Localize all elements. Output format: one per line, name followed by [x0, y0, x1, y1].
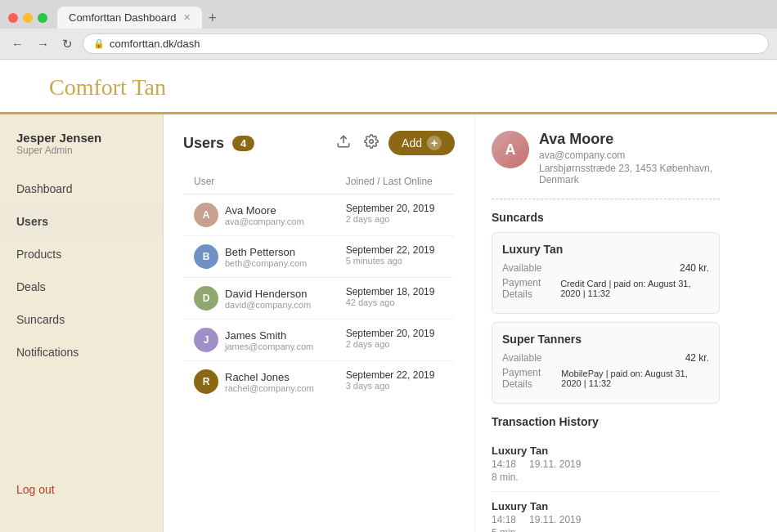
users-count-badge: 4 — [232, 136, 254, 151]
suncard-available-label: Available — [502, 262, 541, 274]
upload-button[interactable] — [333, 131, 354, 155]
transaction-date: 19.11. 2019 — [529, 514, 581, 525]
table-row[interactable]: R Rachel Jones rachel@company.com Septem… — [184, 361, 455, 403]
sidebar-item-deals[interactable]: Deals — [0, 270, 163, 303]
table-row[interactable]: A Ava Moore ava@company.com September 20… — [184, 194, 455, 236]
user-name: Rachel Jones — [225, 371, 314, 383]
transaction-duration: 5 min. — [492, 527, 720, 532]
user-email: ava@company.com — [225, 217, 304, 226]
suncard: Luxury Tan Available 240 kr. Payment Det… — [492, 232, 720, 314]
transaction-name: Luxury Tan — [492, 500, 720, 512]
user-name: Beth Petterson — [225, 246, 307, 258]
close-dot[interactable] — [8, 13, 18, 23]
address-bar: ← → ↻ 🔒 comforttan.dk/dash — [0, 29, 777, 59]
fullscreen-dot[interactable] — [38, 13, 47, 23]
sidebar-item-suncards[interactable]: Suncards — [0, 303, 163, 336]
last-online: 5 minutes ago — [346, 256, 444, 266]
user-name: James Smith — [225, 329, 313, 342]
user-avatar: A — [194, 203, 218, 227]
transaction: Luxury Tan 14:18 19.11. 2019 8 min. — [492, 436, 720, 492]
table-row[interactable]: J James Smith james@company.com Septembe… — [184, 320, 455, 361]
profile-email: ava@company.com — [539, 150, 720, 161]
suncard-payment-value: Credit Card | paid on: August 31, 2020 |… — [560, 279, 709, 298]
table-row[interactable]: D David Henderson david@company.com Sept… — [184, 278, 455, 320]
url-text: comforttan.dk/dash — [110, 38, 200, 50]
last-online: 3 days ago — [346, 381, 444, 391]
sidebar-role: Super Admin — [16, 145, 146, 156]
header-actions: Add + — [333, 131, 455, 155]
join-date: September 22, 2019 — [346, 244, 444, 256]
app-body: Jesper Jensen Super Admin Dashboard User… — [0, 114, 777, 532]
suncard-available-label: Available — [502, 352, 541, 364]
sidebar-item-products[interactable]: Products — [0, 238, 163, 270]
active-tab[interactable]: Comforttan Dashboard ✕ — [57, 7, 202, 29]
last-online: 42 days ago — [346, 297, 444, 307]
right-panel: A Ava Moore ava@company.com Larsbjørnsst… — [474, 114, 736, 532]
suncard-available-value: 42 kr. — [685, 352, 709, 364]
profile-name: Ava Moore — [539, 131, 720, 148]
sidebar-user: Jesper Jensen Super Admin — [0, 131, 163, 172]
avatar: A — [492, 131, 529, 168]
lock-icon: 🔒 — [93, 38, 105, 49]
suncard-available-value: 240 kr. — [680, 262, 709, 274]
sidebar-nav: Dashboard Users Products Deals Suncards … — [0, 172, 163, 369]
last-online: 2 days ago — [346, 339, 444, 349]
users-header: Users 4 Add + — [183, 131, 455, 155]
svg-point-1 — [370, 140, 374, 144]
minimize-dot[interactable] — [23, 13, 33, 23]
user-email: beth@company.com — [225, 258, 307, 268]
last-online: 2 days ago — [346, 214, 444, 224]
suncard-payment-label: Payment Details — [502, 277, 560, 300]
suncard: Super Tanners Available 42 kr. Payment D… — [492, 322, 720, 404]
user-info: Rachel Jones rachel@company.com — [225, 371, 314, 393]
user-row-info: A Ava Moore ava@company.com — [194, 203, 326, 227]
sidebar-item-dashboard[interactable]: Dashboard — [0, 172, 163, 205]
forward-button[interactable]: → — [34, 35, 52, 52]
add-plus-icon: + — [427, 136, 442, 150]
user-row-info: R Rachel Jones rachel@company.com — [194, 369, 326, 394]
users-title: Users — [183, 135, 224, 152]
logout-link[interactable]: Log out — [16, 483, 55, 496]
transaction-details: 14:18 19.11. 2019 — [492, 458, 720, 470]
app-header: Comfort Tan — [0, 60, 777, 114]
url-input[interactable]: 🔒 comforttan.dk/dash — [83, 34, 769, 54]
join-date: September 18, 2019 — [346, 286, 444, 297]
user-email: rachel@company.com — [225, 383, 314, 393]
users-table: User Joined / Last Online A Ava Moore av… — [183, 168, 455, 403]
tab-close-icon[interactable]: ✕ — [183, 12, 191, 23]
tab-title: Comforttan Dashboard — [69, 11, 177, 24]
suncard-payment-row: Payment Details Credit Card | paid on: A… — [502, 277, 709, 300]
new-tab-button[interactable]: + — [209, 11, 218, 25]
user-row-info: B Beth Petterson beth@company.com — [194, 244, 326, 269]
sidebar-item-users[interactable]: Users — [0, 205, 163, 238]
sidebar-footer: Log out — [0, 467, 163, 512]
user-name: David Henderson — [225, 288, 311, 300]
settings-button[interactable] — [361, 131, 382, 155]
transaction-name: Luxury Tan — [492, 445, 720, 457]
suncard-name: Luxury Tan — [502, 243, 709, 256]
transaction-date: 19.11. 2019 — [529, 458, 581, 470]
transaction-time: 14:18 — [492, 458, 516, 470]
sidebar-item-notifications[interactable]: Notifications — [0, 336, 163, 369]
reload-button[interactable]: ↻ — [59, 35, 76, 53]
user-email: david@company.com — [225, 300, 311, 310]
user-row-info: D David Henderson david@company.com — [194, 286, 326, 311]
transactions-container: Luxury Tan 14:18 19.11. 2019 8 min. Luxu… — [492, 436, 720, 532]
suncard-payment-label: Payment Details — [502, 367, 561, 390]
user-name: Ava Moore — [225, 204, 304, 217]
back-button[interactable]: ← — [8, 35, 27, 52]
suncard-payment-value: MobilePay | paid on: August 31, 2020 | 1… — [561, 369, 709, 388]
profile-header: A Ava Moore ava@company.com Larsbjørnsst… — [492, 131, 720, 199]
user-info: David Henderson david@company.com — [225, 288, 311, 310]
suncard-payment-row: Payment Details MobilePay | paid on: Aug… — [502, 367, 709, 390]
suncards-container: Luxury Tan Available 240 kr. Payment Det… — [492, 232, 720, 404]
main-content: Users 4 Add + — [164, 114, 474, 532]
user-info: Beth Petterson beth@company.com — [225, 246, 307, 268]
transaction-details: 14:18 19.11. 2019 — [492, 514, 720, 525]
add-button[interactable]: Add + — [388, 131, 455, 155]
user-row-info: J James Smith james@company.com — [194, 328, 326, 352]
app-container: Comfort Tan Jesper Jensen Super Admin Da… — [0, 60, 777, 532]
transaction-title: Transaction History — [492, 415, 720, 428]
suncards-title: Suncards — [492, 211, 720, 224]
table-row[interactable]: B Beth Petterson beth@company.com Septem… — [184, 236, 455, 278]
